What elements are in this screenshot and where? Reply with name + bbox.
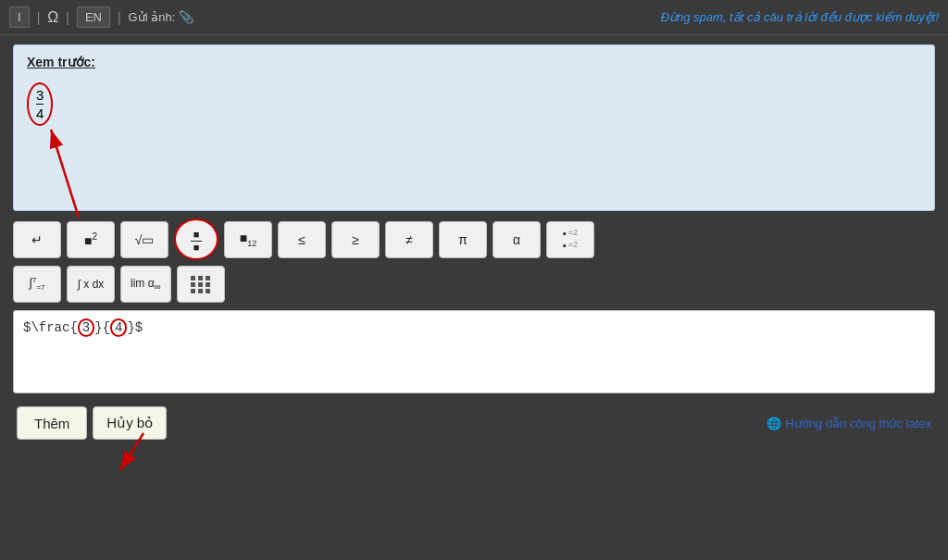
en-button[interactable]: EN (77, 6, 110, 28)
subscript-button[interactable]: ■12 (224, 221, 272, 258)
enter-button[interactable]: ↵ (13, 221, 61, 258)
toolbar-btn-unknown[interactable]: I (9, 6, 30, 28)
limit-button[interactable]: lim α∞ (120, 266, 171, 303)
top-toolbar: I | Ω | EN | Gửi ảnh: 📎 Đừng spam, tất c… (0, 0, 948, 35)
pi-button[interactable]: π (439, 221, 487, 258)
bottom-bar: Thêm Hủy bỏ 🌐 Hướng dẫn công thức latex (13, 406, 935, 440)
subscript-icon: ■12 (240, 230, 256, 248)
alpha-button[interactable]: α (493, 221, 541, 258)
square-icon: ■2 (84, 231, 97, 248)
fraction-line (36, 104, 44, 105)
leq-button[interactable]: ≤ (278, 221, 326, 258)
omega-icon[interactable]: Ω (47, 9, 58, 26)
warning-text: Đừng spam, tất cả câu trả lời đều được k… (661, 10, 939, 24)
bottom-left-buttons: Thêm Hủy bỏ (17, 406, 167, 440)
fraction-denominator: 4 (36, 106, 44, 120)
preview-box: Xem trước: 3 4 (13, 44, 935, 211)
sep1: | (37, 10, 41, 25)
matrix-button[interactable]: ▪=2 ▪=2 (546, 221, 594, 258)
help-link[interactable]: 🌐 Hướng dẫn công thức latex (767, 417, 931, 430)
cancel-button[interactable]: Hủy bỏ (93, 406, 167, 440)
sqrt-icon: √▭ (135, 232, 155, 247)
grid-button[interactable] (177, 266, 225, 303)
sum-icon: ∫7=7 (29, 276, 44, 292)
geq-button[interactable]: ≥ (331, 221, 380, 258)
paperclip-icon[interactable]: 📎 (179, 10, 193, 24)
matrix-icon: ▪=2 ▪=2 (563, 228, 578, 251)
sep2: | (66, 10, 69, 25)
fraction-numerator: 3 (36, 88, 44, 102)
neq-button[interactable]: ≠ (385, 221, 433, 258)
math-buttons-row1: ↵ ■2 √▭ ■ ■ ■12 ≤ ≥ ≠ π α ▪= (13, 218, 935, 260)
send-image-btn[interactable]: Gửi ảnh: 📎 (129, 10, 194, 24)
latex-input-container[interactable]: $\frac{3}{4}$ (13, 310, 935, 393)
sqrt-button[interactable]: √▭ (120, 221, 168, 258)
sep3: | (118, 10, 121, 25)
add-button[interactable]: Thêm (17, 406, 87, 440)
latex-text: $\frac{3}{4}$ (23, 318, 925, 337)
integral-button[interactable]: ∫ x dx (67, 266, 115, 303)
square-button[interactable]: ■2 (67, 221, 115, 258)
integral-icon: ∫ x dx (78, 278, 105, 291)
grid-icon (191, 276, 211, 293)
fraction-icon: ■ ■ (191, 226, 202, 253)
limit-icon: lim α∞ (131, 277, 161, 292)
preview-label: Xem trước: (27, 55, 921, 69)
latex-circle-3: 3 (78, 318, 94, 337)
send-label: Gửi ảnh: (129, 10, 176, 24)
help-label: Hướng dẫn công thức latex (785, 417, 931, 430)
fraction-button[interactable]: ■ ■ (174, 218, 218, 260)
math-buttons-row2: ∫7=7 ∫ x dx lim α∞ (13, 266, 935, 303)
latex-circle-4: 4 (110, 318, 127, 337)
sum-button[interactable]: ∫7=7 (13, 266, 61, 303)
globe-icon: 🌐 (767, 417, 781, 430)
preview-fraction: 3 4 (27, 82, 53, 126)
